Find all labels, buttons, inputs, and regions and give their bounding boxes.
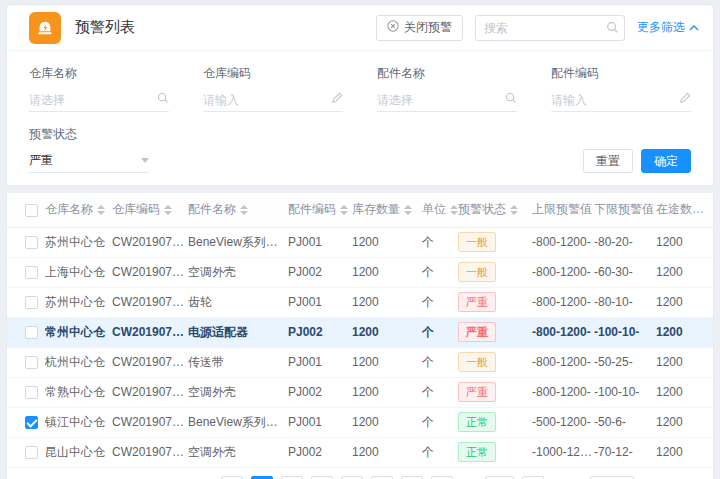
warehouse-name-input[interactable] xyxy=(29,93,157,107)
page-button-3[interactable]: 3 xyxy=(311,476,333,479)
row-checkbox[interactable] xyxy=(25,446,38,459)
col-upper-limit: 上限预警值 xyxy=(532,193,594,227)
page-button-1[interactable]: 1 xyxy=(251,476,273,479)
row-checkbox[interactable] xyxy=(25,326,38,339)
col-alert-status[interactable]: 预警状态 xyxy=(458,193,532,227)
cell-part-code: PJ001 xyxy=(288,407,352,437)
page-button-4[interactable]: 4 xyxy=(341,476,363,479)
more-filters-link[interactable]: 更多筛选 xyxy=(637,19,699,36)
cell-warehouse-name: 常熟中心仓 xyxy=(45,377,112,407)
cell-part-name: 空调外壳 xyxy=(188,377,288,407)
cell-warehouse-name: 苏州中心仓 xyxy=(45,227,112,257)
warehouse-code-input[interactable] xyxy=(203,93,331,107)
cell-part-code: PJ002 xyxy=(288,257,352,287)
col-unit[interactable]: 单位 xyxy=(422,193,458,227)
alert-status-select[interactable]: 严重 xyxy=(29,149,149,173)
alert-list-panel: 预警列表 关闭预警 xyxy=(6,4,714,479)
table-row[interactable]: 上海中心仓 CW201907002 空调外壳 PJ002 1200 个 一般 -… xyxy=(7,257,714,287)
row-checkbox[interactable] xyxy=(25,266,38,279)
table-row[interactable]: 苏州中心仓 CW201907001 BeneView系列主控板 PJ001 12… xyxy=(7,227,714,257)
cell-upper-limit: -800-1200- xyxy=(532,257,594,287)
col-warehouse-name[interactable]: 仓库名称 xyxy=(45,193,112,227)
page-button-last[interactable]: 116 xyxy=(485,476,514,479)
col-part-code[interactable]: 配件编码 xyxy=(288,193,352,227)
filter-part-name: 配件名称 xyxy=(377,61,517,112)
cell-part-name: BeneView系列主控板 xyxy=(188,407,288,437)
col-transit-qty[interactable]: 在途数量 xyxy=(656,193,714,227)
cell-warehouse-code: CW201907002 xyxy=(112,257,188,287)
filter-warehouse-name: 仓库名称 xyxy=(29,61,169,112)
row-checkbox[interactable] xyxy=(25,296,38,309)
part-name-input[interactable] xyxy=(377,93,505,107)
cell-lower-limit: -100-10- xyxy=(594,377,656,407)
page-button-5[interactable]: 5 xyxy=(371,476,393,479)
col-part-name[interactable]: 配件名称 xyxy=(188,193,288,227)
page-button-2[interactable]: 2 xyxy=(281,476,303,479)
cell-transit-qty: 1200 xyxy=(656,347,714,377)
col-stock-qty[interactable]: 库存数量 xyxy=(352,193,422,227)
cell-warehouse-name: 常州中心仓 xyxy=(45,317,112,347)
col-warehouse-code[interactable]: 仓库编码 xyxy=(112,193,188,227)
row-checkbox[interactable] xyxy=(25,356,38,369)
cell-upper-limit: -1000-1200- xyxy=(532,437,594,467)
sort-icon[interactable] xyxy=(404,205,412,215)
table-row[interactable]: 镇江中心仓 CW201907001 BeneView系列主控板 PJ001 12… xyxy=(7,407,714,437)
table-row[interactable]: 杭州中心仓 CW201907001 传送带 PJ001 1200 个 一般 -8… xyxy=(7,347,714,377)
sort-icon[interactable] xyxy=(708,205,714,215)
circle-close-icon xyxy=(387,20,399,35)
search-icon xyxy=(505,92,517,107)
cell-transit-qty: 1200 xyxy=(656,227,714,257)
status-badge: 严重 xyxy=(458,292,496,312)
sort-icon[interactable] xyxy=(164,205,172,215)
sort-icon[interactable] xyxy=(240,205,248,215)
cell-upper-limit: -800-1200- xyxy=(532,287,594,317)
header-actions: 关闭预警 更多筛选 xyxy=(376,15,699,41)
cell-unit: 个 xyxy=(422,257,458,287)
cell-upper-limit: -800-1200- xyxy=(532,347,594,377)
cell-warehouse-name: 镇江中心仓 xyxy=(45,407,112,437)
cell-unit: 个 xyxy=(422,287,458,317)
page-title: 预警列表 xyxy=(75,18,135,37)
table-row[interactable]: 常熟中心仓 CW201907002 空调外壳 PJ002 1200 个 严重 -… xyxy=(7,377,714,407)
cell-unit: 个 xyxy=(422,347,458,377)
row-checkbox[interactable] xyxy=(25,386,38,399)
cell-lower-limit: -100-10- xyxy=(594,317,656,347)
row-checkbox-checked[interactable] xyxy=(25,416,38,429)
table-row[interactable]: 昆山中心仓 CW201907002 空调外壳 PJ002 1200 个 正常 -… xyxy=(7,437,714,467)
page-button-7[interactable]: 7 xyxy=(431,476,453,479)
prev-page-button[interactable]: ‹ xyxy=(221,476,243,479)
cell-unit: 个 xyxy=(422,437,458,467)
close-alert-label: 关闭预警 xyxy=(404,19,452,36)
cell-stock-qty: 1200 xyxy=(352,257,422,287)
table-row[interactable]: 苏州中心仓 CW201907001 齿轮 PJ001 1200 个 严重 -80… xyxy=(7,287,714,317)
cell-warehouse-code: CW201907002 xyxy=(112,317,188,347)
search-icon xyxy=(606,21,619,37)
cell-lower-limit: -80-20- xyxy=(594,227,656,257)
sort-icon[interactable] xyxy=(510,205,518,215)
part-code-input[interactable] xyxy=(551,93,679,107)
sort-icon[interactable] xyxy=(340,205,348,215)
reset-button[interactable]: 重置 xyxy=(583,149,633,173)
jump-page-input[interactable] xyxy=(590,476,634,479)
select-all-checkbox[interactable] xyxy=(25,204,38,217)
cell-transit-qty: 1200 xyxy=(656,257,714,287)
cell-transit-qty: 1200 xyxy=(656,377,714,407)
search-input[interactable] xyxy=(475,15,625,41)
col-lower-limit: 下限预警值 xyxy=(594,193,656,227)
sort-icon[interactable] xyxy=(450,205,458,215)
table-header-row: 仓库名称 仓库编码 配件名称 配件编码 库存数量 单位 预警状态 上限预警值 下… xyxy=(7,193,714,227)
cell-stock-qty: 1200 xyxy=(352,287,422,317)
cell-warehouse-code: CW201907001 xyxy=(112,347,188,377)
confirm-button[interactable]: 确定 xyxy=(641,149,691,173)
table-row-selected[interactable]: 常州中心仓 CW201907002 电源适配器 PJ002 1200 个 严重 … xyxy=(7,317,714,347)
cell-lower-limit: -70-12- xyxy=(594,437,656,467)
chevron-down-icon xyxy=(141,158,149,163)
close-alert-button[interactable]: 关闭预警 xyxy=(376,15,463,41)
status-badge: 一般 xyxy=(458,262,496,282)
sort-icon[interactable] xyxy=(97,205,105,215)
cell-upper-limit: -800-1200- xyxy=(532,227,594,257)
next-page-button[interactable]: › xyxy=(522,476,544,479)
filter-label: 配件名称 xyxy=(377,61,517,88)
page-button-6[interactable]: 6 xyxy=(401,476,423,479)
row-checkbox[interactable] xyxy=(25,236,38,249)
